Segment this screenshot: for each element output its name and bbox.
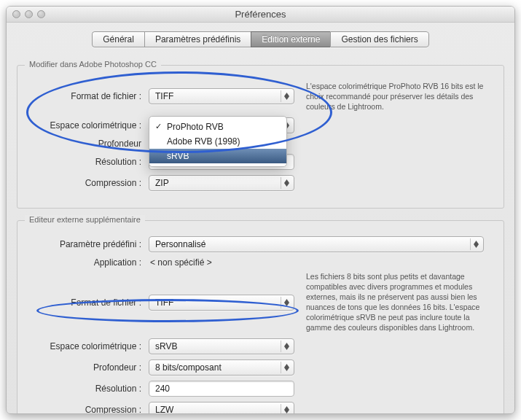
format2-label: Format de fichier : bbox=[25, 298, 149, 308]
compression2-label: Compression : bbox=[25, 405, 149, 414]
depth1-label: Profondeur bbox=[25, 139, 149, 149]
row-app2: Application : < non spécifié > bbox=[25, 257, 496, 268]
app2-label: Application : bbox=[25, 257, 149, 268]
stepper-icon bbox=[470, 238, 482, 250]
colorspace2-label: Espace colorimétrique : bbox=[25, 341, 149, 351]
menu-item-srgb[interactable]: sRVB bbox=[149, 149, 286, 163]
tab-segmented-control: Général Paramètres prédéfinis Edition ex… bbox=[92, 31, 429, 47]
row-depth2: Profondeur : 8 bits/composant bbox=[25, 359, 496, 376]
tab-file-handling[interactable]: Gestion des fichiers bbox=[330, 31, 428, 47]
group-additional-editor: Editeur externe supplémentaire Paramètre… bbox=[17, 220, 504, 414]
stepper-icon bbox=[281, 404, 292, 414]
preset2-value: Personnalisé bbox=[155, 239, 205, 249]
window-title: Préférences bbox=[7, 9, 514, 20]
row-colorspace1: Espace colorimétrique : ProPhoto RVB Ado… bbox=[25, 117, 496, 133]
colorspace1-label: Espace colorimétrique : bbox=[25, 120, 149, 131]
content-area: Modifier dans Adobe Photoshop CC Format … bbox=[7, 47, 514, 414]
stepper-icon bbox=[281, 297, 292, 308]
menu-item-adobergb[interactable]: Adobe RVB (1998) bbox=[149, 134, 286, 149]
preset2-label: Paramètre prédéfini : bbox=[25, 239, 149, 249]
preferences-window: Préférences Général Paramètres prédéfini… bbox=[6, 6, 515, 414]
group1-desc: L'espace colorimétrique ProPhoto RVB 16 … bbox=[294, 81, 496, 112]
row-colorspace2: Espace colorimétrique : sRVB bbox=[25, 338, 496, 354]
resolution1-label: Résolution : bbox=[25, 157, 149, 167]
format1-value: TIFF bbox=[155, 91, 173, 101]
colorspace2-select[interactable]: sRVB bbox=[149, 338, 294, 354]
app2-value: < non spécifié > bbox=[149, 257, 212, 268]
row-format1: Format de fichier : TIFF L'espace colori… bbox=[25, 81, 496, 112]
format2-select[interactable]: TIFF bbox=[149, 295, 294, 311]
format2-value: TIFF bbox=[155, 298, 173, 308]
resolution2-input[interactable]: 240 bbox=[149, 381, 294, 397]
preset2-select[interactable]: Personnalisé bbox=[149, 236, 484, 252]
format1-label: Format de fichier : bbox=[25, 91, 149, 101]
resolution2-label: Résolution : bbox=[25, 384, 149, 394]
tab-external-editing[interactable]: Edition externe bbox=[251, 31, 330, 47]
compression1-select[interactable]: ZIP bbox=[149, 175, 294, 191]
menu-item-prophoto[interactable]: ProPhoto RVB bbox=[149, 120, 286, 134]
depth2-select[interactable]: 8 bits/composant bbox=[149, 359, 294, 376]
compression2-value: LZW bbox=[155, 405, 173, 414]
tab-bar: Général Paramètres prédéfinis Edition ex… bbox=[7, 31, 514, 47]
row-resolution2: Résolution : 240 bbox=[25, 381, 496, 397]
row-compression1: Compression : ZIP bbox=[25, 175, 496, 191]
colorspace2-value: sRVB bbox=[155, 341, 177, 351]
stepper-icon bbox=[281, 90, 292, 102]
stepper-icon bbox=[281, 341, 292, 352]
depth2-label: Profondeur : bbox=[25, 362, 149, 373]
group1-legend: Modifier dans Adobe Photoshop CC bbox=[25, 60, 161, 69]
group-edit-in-photoshop: Modifier dans Adobe Photoshop CC Format … bbox=[17, 65, 504, 209]
titlebar: Préférences bbox=[7, 7, 514, 23]
stepper-icon bbox=[281, 362, 292, 373]
row-preset2: Paramètre prédéfini : Personnalisé bbox=[25, 236, 496, 252]
stepper-icon bbox=[281, 177, 292, 189]
format1-select[interactable]: TIFF bbox=[149, 88, 294, 104]
tab-presets[interactable]: Paramètres prédéfinis bbox=[144, 31, 251, 47]
resolution2-value: 240 bbox=[155, 384, 170, 394]
group2-desc: Les fichiers 8 bits sont plus petits et … bbox=[294, 271, 496, 333]
tab-general[interactable]: Général bbox=[92, 31, 144, 47]
compression2-select[interactable]: LZW bbox=[149, 402, 294, 414]
depth2-value: 8 bits/composant bbox=[155, 362, 222, 373]
colorspace1-menu: ProPhoto RVB Adobe RVB (1998) sRVB bbox=[149, 116, 287, 167]
row-compression2: Compression : LZW bbox=[25, 402, 496, 414]
compression1-label: Compression : bbox=[25, 178, 149, 188]
compression1-value: ZIP bbox=[155, 178, 169, 188]
row-format2: Format de fichier : TIFF Les fichiers 8 … bbox=[25, 273, 496, 333]
group2-legend: Editeur externe supplémentaire bbox=[25, 215, 145, 224]
